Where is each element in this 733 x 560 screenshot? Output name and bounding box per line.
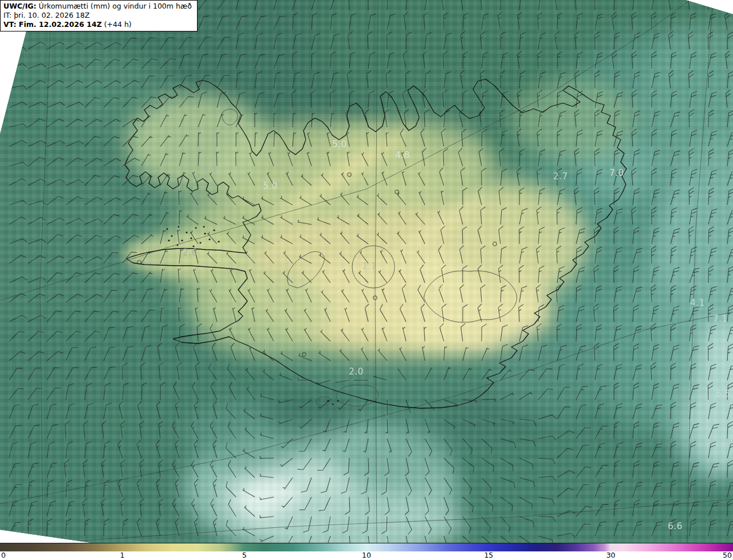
valid-time-line: VT: Fim. 12.02.2026 14Z (+44 h) [3, 20, 192, 29]
islet-dot [203, 226, 204, 227]
islet-dot [166, 228, 168, 230]
islet-dot [204, 232, 206, 234]
islet-dot [337, 400, 338, 401]
islet-dot [199, 242, 201, 243]
islet-dot [192, 245, 194, 247]
islet-dot [181, 239, 183, 241]
field-patch [510, 80, 636, 160]
islet-dot [213, 229, 215, 231]
colorbar-tick: 5 [242, 551, 247, 559]
map-canvas: 5.04.82.61.85.02.77.02.61.10.94.17.16.52… [0, 0, 733, 543]
weather-chart-page: { "header": { "line1_bold": "UWC/IG:", "… [0, 0, 733, 560]
islet-dot [176, 244, 178, 246]
field-patch [596, 275, 699, 435]
title-box: UWC/IG: Úrkomumætti (mm) og vindur i 100… [0, 0, 198, 31]
islet-dot [195, 227, 196, 228]
colorbar-tick: 1 [120, 551, 124, 559]
field-patch [263, 392, 355, 438]
init-time-line: IT: þri. 10. 02. 2026 18Z [3, 11, 192, 20]
islet-dot [208, 238, 210, 240]
product-id: UWC/IG: [3, 2, 37, 10]
colorbar-tick: 10 [362, 551, 371, 559]
field-patch [123, 233, 255, 277]
product-description: Úrkomumætti (mm) og vindur i 100m hæð [37, 2, 192, 10]
colorbar-tick-row: 01510153050 [0, 551, 733, 560]
islet-dot [190, 237, 192, 239]
islet-dot [218, 240, 219, 242]
field-patches-layer [0, 0, 733, 543]
field-patch [126, 94, 269, 192]
valid-time: VT: Fim. 12.02.2026 14Z [3, 20, 102, 29]
colorbar-tick: 15 [484, 551, 493, 559]
colorbar [0, 543, 733, 551]
precipitation-field [0, 0, 733, 543]
islet-dot [171, 235, 172, 236]
title-line-product: UWC/IG: Úrkomumætti (mm) og vindur i 100… [3, 2, 192, 11]
colorbar-tick: 30 [606, 551, 616, 559]
islet-dot [168, 239, 170, 241]
islet-dot [332, 403, 333, 405]
colorbar-tick: 0 [1, 551, 6, 559]
field-patch [349, 424, 452, 481]
islet-dot [178, 226, 179, 227]
forecast-lead: (+44 h) [102, 20, 132, 29]
colorbar-tick: 50 [723, 551, 732, 559]
islet-dot [186, 231, 187, 233]
